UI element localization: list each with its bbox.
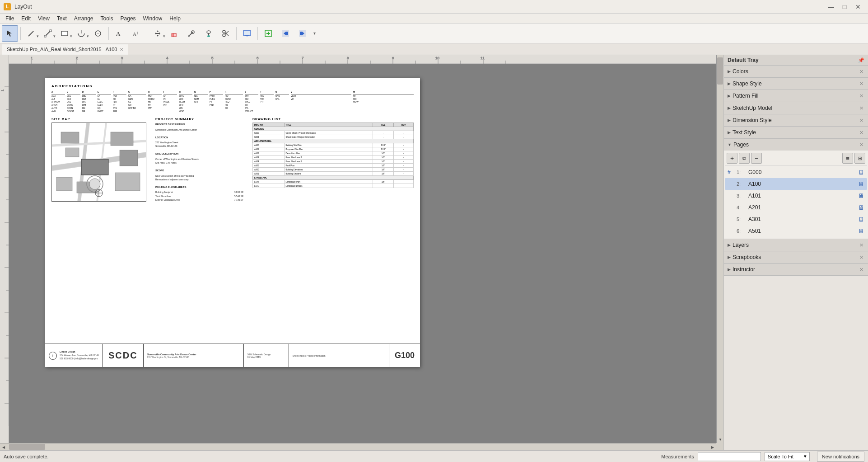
- tray-section-instructor-header[interactable]: ▶ Instructor ✕: [724, 264, 868, 275]
- page-item-a100[interactable]: 2: A100 🖥: [725, 178, 867, 190]
- add-page-button[interactable]: +: [727, 153, 737, 164]
- paint-tool-button[interactable]: [201, 25, 217, 42]
- move-tool-button[interactable]: [149, 25, 166, 42]
- scroll-thumb-vertical[interactable]: [717, 57, 723, 85]
- menu-file[interactable]: File: [2, 14, 18, 23]
- eyedropper-tool-button[interactable]: [183, 25, 200, 42]
- svg-text:1: 1: [136, 31, 138, 35]
- ruler-left: 1: [0, 64, 9, 450]
- nav-back-button[interactable]: [277, 25, 294, 42]
- tray-section-layers-header[interactable]: ▶ Layers ✕: [724, 239, 868, 251]
- tray-section-shape-header[interactable]: ▶ Shape Style ✕: [724, 78, 868, 90]
- pages-arrow: ▼: [728, 142, 732, 147]
- pattern-fill-close[interactable]: ✕: [858, 93, 864, 99]
- scroll-thumb-horizontal[interactable]: [9, 444, 45, 450]
- tray-section-sketchup-header[interactable]: ▶ SketchUp Model ✕: [724, 102, 868, 114]
- menu-pages[interactable]: Pages: [117, 14, 140, 23]
- tray-section-text-header[interactable]: ▶ Text Style ✕: [724, 127, 868, 138]
- app-title: LayOut: [14, 4, 32, 10]
- scissors-tool-button[interactable]: [218, 25, 234, 42]
- pencil-tool-button[interactable]: [23, 25, 39, 42]
- canvas-area[interactable]: 1 2 3 4 5 6 7 8 9: [0, 55, 723, 450]
- list-view-button[interactable]: ≡: [842, 153, 853, 164]
- line-dropdown-arrow[interactable]: ▾: [53, 34, 56, 38]
- move-dropdown-arrow[interactable]: ▾: [163, 34, 165, 38]
- pages-close[interactable]: ✕: [858, 141, 864, 148]
- page-item-g000[interactable]: # 1: G000 🖥: [725, 166, 867, 178]
- svg-text:2: 2: [76, 56, 78, 60]
- dimension-style-close[interactable]: ✕: [858, 117, 864, 123]
- page-item-a501[interactable]: 6: A501 🖥: [725, 225, 867, 237]
- text-style-close[interactable]: ✕: [858, 129, 864, 136]
- right-panel: Default Tray 📌 ▶ Colors ✕ ▶ Shape Style …: [723, 55, 868, 450]
- line-tool-button[interactable]: [40, 25, 56, 42]
- menu-tools[interactable]: Tools: [97, 14, 117, 23]
- menu-help[interactable]: Help: [166, 14, 184, 23]
- scrapbooks-arrow: ▶: [728, 255, 731, 259]
- shape-dropdown-arrow[interactable]: ▾: [70, 34, 72, 38]
- instructor-close[interactable]: ✕: [858, 266, 864, 273]
- page-item-a301[interactable]: 5: A301 🖥: [725, 213, 867, 225]
- page-monitor-icon-2: 🖥: [858, 180, 864, 188]
- colors-label: Colors: [733, 68, 748, 75]
- svg-rect-17: [173, 33, 176, 37]
- tray-section-instructor: ▶ Instructor ✕: [724, 264, 868, 276]
- eraser-tool-button[interactable]: [166, 25, 182, 42]
- site-map-image: [51, 123, 146, 202]
- tab-close-button[interactable]: ✕: [120, 47, 123, 52]
- scroll-right-arrow[interactable]: ▶: [709, 443, 716, 450]
- tray-section-pattern-header[interactable]: ▶ Pattern Fill ✕: [724, 90, 868, 102]
- menu-text[interactable]: Text: [53, 14, 70, 23]
- tray-section-dimension-style: ▶ Dimension Style ✕: [724, 114, 868, 127]
- new-notifications-button[interactable]: New notifications: [817, 452, 864, 462]
- title-block-sheet-label: Sheet Index / Project Information: [289, 344, 389, 367]
- shape-tool-button[interactable]: [56, 25, 73, 42]
- measurements-input[interactable]: [698, 452, 761, 461]
- menu-view[interactable]: View: [34, 14, 53, 23]
- scroll-bar-vertical[interactable]: ▲ ▼: [716, 55, 723, 443]
- duplicate-page-button[interactable]: ⧉: [739, 153, 750, 164]
- page-item-a101[interactable]: 3: A101 🖥: [725, 190, 867, 202]
- panel-pin-button[interactable]: 📌: [858, 57, 864, 63]
- scaled-text-tool-button[interactable]: A1: [128, 25, 145, 42]
- shape-style-label: Shape Style: [733, 80, 762, 87]
- scroll-left-arrow[interactable]: ◀: [0, 444, 7, 451]
- tray-section-colors-header[interactable]: ▶ Colors ✕: [724, 66, 868, 77]
- shape-style-close[interactable]: ✕: [858, 80, 864, 87]
- tray-section-dimension-header[interactable]: ▶ Dimension Style ✕: [724, 114, 868, 126]
- arc-tool-button[interactable]: [73, 25, 89, 42]
- layers-close[interactable]: ✕: [858, 242, 864, 248]
- page-item-a201[interactable]: 4: A201 🖥: [725, 202, 867, 213]
- text-tool-button[interactable]: A: [111, 25, 127, 42]
- colors-close[interactable]: ✕: [858, 68, 864, 75]
- drawing-row: A201Building Sections1/8"-: [253, 172, 414, 176]
- document-tab[interactable]: SketchUp Pro_AIA_Real-World_Short2015 - …: [2, 44, 128, 55]
- select-tool-button[interactable]: [2, 25, 18, 42]
- minimize-button[interactable]: —: [825, 2, 837, 12]
- grid-view-button[interactable]: ⊞: [854, 153, 865, 164]
- circle-tool-button[interactable]: [90, 25, 106, 42]
- arc-dropdown-arrow[interactable]: ▾: [87, 34, 89, 38]
- page-name-a101: A101: [748, 193, 855, 199]
- sketchup-model-close[interactable]: ✕: [858, 105, 864, 111]
- menu-arrange[interactable]: Arrange: [70, 14, 97, 23]
- tray-section-scrapbooks-header[interactable]: ▶ Scrapbooks ✕: [724, 251, 868, 263]
- page-name-g000: G000: [748, 169, 855, 175]
- menu-window[interactable]: Window: [140, 14, 166, 23]
- remove-page-button[interactable]: −: [751, 153, 762, 164]
- maximize-button[interactable]: □: [838, 2, 851, 12]
- pencil-dropdown-arrow[interactable]: ▾: [37, 34, 39, 38]
- page-name-a201: A201: [748, 204, 855, 211]
- screen-tool-button[interactable]: [239, 25, 255, 42]
- scale-dropdown[interactable]: Scale To Fit ▾: [765, 452, 810, 461]
- scroll-down-arrow[interactable]: ▼: [717, 436, 723, 443]
- close-button[interactable]: ✕: [852, 2, 864, 12]
- scroll-bar-horizontal[interactable]: ◀ ▶: [0, 443, 716, 450]
- insert-tool-button[interactable]: [260, 25, 276, 42]
- tray-section-pages-header[interactable]: ▼ Pages ✕: [724, 139, 868, 151]
- abbrev-col-f: F FABFINFLRFTFTGFUR: [113, 91, 126, 113]
- nav-forward-button[interactable]: [294, 25, 311, 42]
- company-logo: i: [49, 352, 57, 360]
- scrapbooks-close[interactable]: ✕: [858, 254, 864, 260]
- menu-edit[interactable]: Edit: [18, 14, 34, 23]
